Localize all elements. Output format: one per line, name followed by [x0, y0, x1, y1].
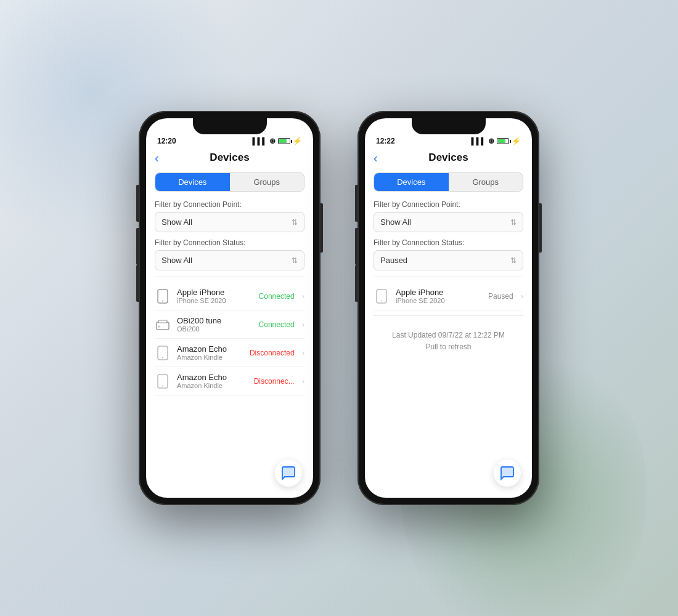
- chevron-cs-1: ⇅: [292, 256, 298, 265]
- device-item-1-3[interactable]: Amazon Echo Amazon Kindle Disconnected ›: [155, 339, 304, 367]
- svg-rect-3: [158, 320, 167, 323]
- chat-fab-2[interactable]: [494, 460, 521, 487]
- device-list-1: Apple iPhone iPhone SE 2020 Connected ›: [155, 282, 304, 395]
- chevron-right-1-4: ›: [302, 376, 304, 386]
- chevron-right-1-2: ›: [302, 320, 304, 329]
- device-item-2-1[interactable]: Apple iPhone iPhone SE 2020 Paused ›: [374, 282, 523, 310]
- tab-groups-1[interactable]: Groups: [230, 173, 304, 191]
- filter-select-cs-1[interactable]: Show All ⇅: [155, 250, 304, 270]
- phone-2: 12:22 ▌▌▌ ⊛ ⚡ ‹ Devices Devices Groups: [357, 111, 539, 505]
- back-button-1[interactable]: ‹: [155, 151, 159, 165]
- wifi-icon-2: ⊛: [488, 137, 494, 145]
- status-icons-1: ▌▌▌ ⊛ ⚡: [253, 137, 302, 145]
- filter-label-cp-2: Filter by Connection Point:: [374, 200, 523, 209]
- chevron-cs-2: ⇅: [510, 256, 517, 265]
- filter-label-cs-2: Filter by Connection Status:: [374, 238, 523, 247]
- bolt-icon-1: ⚡: [293, 137, 302, 145]
- tab-devices-2[interactable]: Devices: [374, 173, 449, 191]
- wifi-icon-1: ⊛: [269, 137, 276, 145]
- page-header-1: ‹ Devices: [155, 149, 304, 166]
- chat-icon-1: [281, 466, 296, 480]
- svg-point-4: [158, 325, 160, 327]
- phone-1: 12:20 ▌▌▌ ⊛ ⚡ ‹ Devices Devices Groups: [139, 111, 321, 505]
- chevron-right-1-3: ›: [302, 348, 304, 357]
- device-icon-1-2: [155, 317, 171, 333]
- device-list-2: Apple iPhone iPhone SE 2020 Paused ›: [374, 282, 523, 310]
- chevron-right-1-1: ›: [302, 291, 304, 301]
- device-status-1-4: Disconnec...: [254, 377, 295, 386]
- status-icons-2: ▌▌▌ ⊛ ⚡: [472, 137, 521, 145]
- svg-point-1: [162, 300, 163, 301]
- update-line2: Pull to refresh: [374, 341, 523, 353]
- filter-select-cp-1[interactable]: Show All ⇅: [155, 212, 304, 232]
- device-item-1-4[interactable]: Amazon Echo Amazon Kindle Disconnec... ›: [155, 367, 304, 395]
- battery-icon-1: [278, 138, 290, 144]
- bolt-icon-2: ⚡: [512, 137, 521, 145]
- device-icon-1-1: [155, 288, 171, 304]
- app-content-1: ‹ Devices Devices Groups Filter by Conne…: [146, 149, 313, 494]
- device-status-1-1: Connected: [259, 292, 295, 301]
- filter-label-cp-1: Filter by Connection Point:: [155, 200, 304, 209]
- page-header-2: ‹ Devices: [374, 149, 523, 166]
- chat-icon-2: [500, 466, 515, 480]
- notch-2: [412, 118, 486, 134]
- filter-label-cs-1: Filter by Connection Status:: [155, 238, 304, 247]
- chevron-right-2-1: ›: [521, 291, 523, 301]
- divider-2: [374, 277, 523, 277]
- filter-select-cs-2[interactable]: Paused ⇅: [374, 250, 523, 270]
- device-item-1-1[interactable]: Apple iPhone iPhone SE 2020 Connected ›: [155, 282, 304, 310]
- filter-connection-status-1: Filter by Connection Status: Show All ⇅: [155, 238, 304, 270]
- device-status-1-2: Connected: [259, 320, 295, 329]
- page-title-1: Devices: [210, 152, 249, 164]
- svg-point-8: [162, 385, 163, 386]
- filter-connection-status-2: Filter by Connection Status: Paused ⇅: [374, 238, 523, 270]
- divider-2b: [374, 315, 523, 316]
- back-button-2[interactable]: ‹: [374, 151, 378, 165]
- device-icon-2-1: [374, 288, 390, 304]
- tab-groups-2[interactable]: Groups: [449, 173, 523, 191]
- tab-selector-2: Devices Groups: [374, 172, 523, 192]
- signal-icon-2: ▌▌▌: [472, 137, 486, 145]
- page-title-2: Devices: [428, 152, 468, 164]
- device-status-1-3: Disconnected: [250, 349, 295, 357]
- device-info-1-4: Amazon Echo Amazon Kindle: [177, 373, 248, 389]
- device-status-2-1: Paused: [488, 292, 513, 301]
- update-line1: Last Updated 09/7/22 at 12:22 PM: [374, 330, 523, 341]
- time-2: 12:22: [376, 137, 395, 145]
- app-content-2: ‹ Devices Devices Groups Filter by Conne…: [365, 149, 532, 494]
- device-info-1-1: Apple iPhone iPhone SE 2020: [177, 288, 253, 304]
- svg-point-10: [381, 300, 382, 301]
- svg-point-6: [162, 357, 163, 358]
- device-item-1-2[interactable]: OBi200 tune OBi200 Connected ›: [155, 310, 304, 339]
- filter-select-cp-2[interactable]: Show All ⇅: [374, 212, 523, 232]
- battery-icon-2: [497, 138, 509, 144]
- time-1: 12:20: [157, 137, 176, 145]
- device-info-1-2: OBi200 tune OBi200: [177, 316, 253, 333]
- device-info-2-1: Apple iPhone iPhone SE 2020: [396, 288, 482, 304]
- device-icon-1-3: [155, 345, 171, 361]
- divider-1: [155, 277, 304, 277]
- tab-devices-1[interactable]: Devices: [155, 173, 230, 191]
- device-icon-1-4: [155, 373, 171, 389]
- notch-1: [193, 118, 267, 134]
- phone-2-screen: 12:22 ▌▌▌ ⊛ ⚡ ‹ Devices Devices Groups: [365, 118, 532, 498]
- signal-icon-1: ▌▌▌: [253, 137, 267, 145]
- phone-1-screen: 12:20 ▌▌▌ ⊛ ⚡ ‹ Devices Devices Groups: [146, 118, 313, 498]
- chevron-cp-2: ⇅: [510, 218, 517, 227]
- filter-connection-point-1: Filter by Connection Point: Show All ⇅: [155, 200, 304, 232]
- chat-fab-1[interactable]: [275, 460, 302, 487]
- filter-connection-point-2: Filter by Connection Point: Show All ⇅: [374, 200, 523, 232]
- device-info-1-3: Amazon Echo Amazon Kindle: [177, 344, 243, 361]
- update-info-2: Last Updated 09/7/22 at 12:22 PM Pull to…: [374, 321, 523, 357]
- chevron-cp-1: ⇅: [292, 218, 298, 227]
- tab-selector-1: Devices Groups: [155, 172, 304, 192]
